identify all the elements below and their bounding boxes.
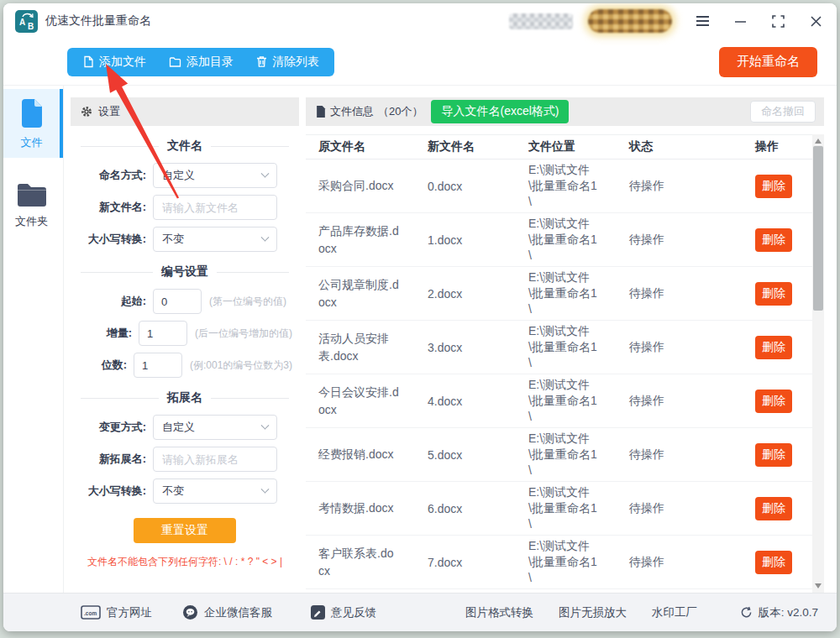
toolbar: 添加文件 添加目录 清除列表 开始重命名 <box>3 39 837 86</box>
scrollbar-thumb[interactable] <box>813 146 823 311</box>
watermark-link[interactable]: 水印工厂 <box>652 605 697 620</box>
cell-original-name: 今日会议安排.docx <box>318 384 399 419</box>
minimize-icon[interactable] <box>732 13 748 29</box>
chevron-down-icon <box>261 169 270 177</box>
cell-new-name: 3.docx <box>428 341 528 354</box>
import-filenames-button[interactable]: 导入文件名(excel格式) <box>431 100 569 123</box>
blurred-vip-button[interactable] <box>588 9 672 33</box>
cell-file-location: E:\测试文件 \批量重命名1 \ <box>528 538 629 586</box>
section-title-extension: 拓展名 <box>81 390 289 405</box>
cell-file-location: E:\测试文件 \批量重命名1 \ <box>528 484 629 532</box>
image-upscale-link[interactable]: 图片无损放大 <box>559 605 627 620</box>
sidebar-item-label: 文件 <box>21 135 43 150</box>
increment-hint: (后一位编号增加的值) <box>195 327 292 341</box>
svg-text:B: B <box>28 22 34 31</box>
delete-button[interactable]: 删除 <box>755 175 792 198</box>
maximize-icon[interactable] <box>770 13 785 29</box>
sidebar-item-label: 文件夹 <box>15 214 48 229</box>
delete-button[interactable]: 删除 <box>755 228 792 252</box>
cell-original-name: 采购合同.docx <box>318 177 399 195</box>
svg-text:A: A <box>19 17 25 26</box>
case-convert-select[interactable]: 不变 <box>153 227 277 252</box>
table-scrollbar[interactable] <box>812 134 824 593</box>
main-area: 设置 文件名 命名方式: 自定义 新文件名: <box>64 86 837 593</box>
ext-case-convert-select[interactable]: 不变 <box>153 478 277 504</box>
col-newname: 新文件名 <box>428 139 528 154</box>
start-number-input[interactable] <box>153 289 202 314</box>
naming-method-label: 命名方式: <box>77 168 146 183</box>
change-method-select[interactable]: 自定义 <box>153 415 277 440</box>
scroll-up-icon[interactable] <box>815 139 822 144</box>
start-number-hint: (第一位编号的值) <box>209 295 286 309</box>
col-action: 操作 <box>755 139 812 154</box>
file-count: （20个） <box>378 104 423 119</box>
cell-original-name: 客户联系表.docx <box>318 545 399 580</box>
new-extension-input[interactable] <box>153 447 277 472</box>
file-list-header: 文件信息 （20个） 导入文件名(excel格式) 命名撤回 <box>306 97 824 126</box>
clear-list-button[interactable]: 清除列表 <box>256 55 319 70</box>
cell-file-location: E:\测试文件 \批量重命名1 \ <box>528 431 629 478</box>
app-title: 优速文件批量重命名 <box>45 13 151 29</box>
close-icon[interactable] <box>808 13 823 29</box>
delete-button[interactable]: 删除 <box>755 390 792 413</box>
chat-bubble-icon <box>182 604 198 620</box>
col-location: 文件位置 <box>528 139 629 154</box>
folder-icon <box>169 56 181 68</box>
cell-new-name: 2.docx <box>428 287 528 301</box>
sidebar: 文件 文件夹 <box>3 86 64 593</box>
trash-icon <box>256 55 267 68</box>
digits-hint: (例:001的编号位数为3) <box>190 358 292 373</box>
refresh-icon <box>740 606 753 619</box>
cell-new-name: 0.docx <box>428 180 528 193</box>
cell-status: 待操作 <box>629 447 755 463</box>
sidebar-item-file[interactable]: 文件 <box>3 89 63 158</box>
add-folder-button[interactable]: 添加目录 <box>169 55 234 70</box>
cell-status: 待操作 <box>629 340 755 355</box>
sidebar-item-folder[interactable]: 文件夹 <box>3 171 63 240</box>
settings-header: 设置 <box>71 97 299 126</box>
col-original: 原文件名 <box>318 139 428 154</box>
image-convert-link[interactable]: 图片格式转换 <box>465 605 533 620</box>
increment-input[interactable] <box>139 321 187 346</box>
file-actions-group: 添加文件 添加目录 清除列表 <box>67 48 334 76</box>
delete-button[interactable]: 删除 <box>755 551 792 574</box>
cell-new-name: 5.docx <box>428 448 528 462</box>
cell-new-name: 1.docx <box>428 233 528 247</box>
table-row: 采购合同.docx 0.docx E:\测试文件 \批量重命名1 \ 待操作 删… <box>306 160 812 213</box>
cell-new-name: 4.docx <box>428 395 528 408</box>
new-filename-label: 新文件名: <box>77 200 146 215</box>
scroll-down-icon[interactable] <box>815 583 822 588</box>
new-filename-input[interactable] <box>153 195 277 220</box>
file-icon <box>82 55 94 68</box>
chevron-down-icon <box>261 421 270 429</box>
wechat-support-link[interactable]: 企业微信客服 <box>182 604 272 620</box>
chevron-down-icon <box>261 484 270 493</box>
chevron-down-icon <box>261 233 270 241</box>
rename-undo-button[interactable]: 命名撤回 <box>750 101 816 123</box>
new-extension-label: 新拓展名: <box>77 452 146 467</box>
reset-settings-button[interactable]: 重置设置 <box>134 518 236 543</box>
feedback-link[interactable]: 意见反馈 <box>311 605 376 620</box>
start-number-label: 起始: <box>77 294 146 309</box>
titlebar: A B 优速文件批量重命名 <box>3 3 837 39</box>
svg-text:.com: .com <box>84 610 97 616</box>
table-row: 客户联系表.docx 7.docx E:\测试文件 \批量重命名1 \ 待操作 … <box>306 536 812 589</box>
delete-button[interactable]: 删除 <box>755 282 792 306</box>
section-title-numbering: 编号设置 <box>81 264 289 280</box>
dot-com-icon: .com <box>81 605 101 620</box>
start-rename-button[interactable]: 开始重命名 <box>719 47 817 77</box>
naming-method-select[interactable]: 自定义 <box>153 163 277 188</box>
table-row: 公司规章制度.docx 2.docx E:\测试文件 \批量重命名1 \ 待操作… <box>306 267 812 321</box>
cell-new-name: 6.docx <box>428 502 528 515</box>
delete-button[interactable]: 删除 <box>755 443 792 467</box>
add-file-button[interactable]: 添加文件 <box>82 55 146 70</box>
cell-status: 待操作 <box>629 501 755 516</box>
digits-input[interactable] <box>134 353 182 378</box>
file-icon <box>18 97 46 129</box>
change-method-label: 变更方式: <box>77 420 146 435</box>
delete-button[interactable]: 删除 <box>755 497 792 520</box>
delete-button[interactable]: 删除 <box>755 336 792 359</box>
cell-original-name: 产品库存数据.docx <box>318 222 399 258</box>
official-site-link[interactable]: .com 官方网址 <box>81 605 152 620</box>
menu-icon[interactable] <box>695 13 710 29</box>
